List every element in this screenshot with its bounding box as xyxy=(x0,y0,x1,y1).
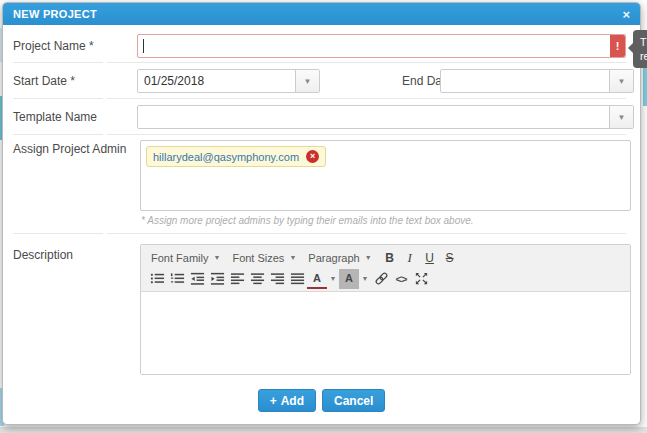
template-name-input[interactable] xyxy=(138,106,609,128)
admin-email-tag: hillarydeal@qasymphony.com × xyxy=(146,146,326,167)
paragraph-dropdown[interactable]: Paragraph ▼ xyxy=(304,252,379,264)
strikethrough-button[interactable]: S xyxy=(440,248,460,268)
assign-admin-hint: * Assign more project admins by typing t… xyxy=(141,215,474,226)
end-date-field: ▼ xyxy=(440,69,634,93)
description-editor-content[interactable] xyxy=(141,292,630,375)
chevron-down-icon: ▼ xyxy=(304,77,312,86)
dialog-actions: + Add Cancel xyxy=(3,389,640,412)
outdent-icon xyxy=(190,271,205,286)
align-justify-icon xyxy=(290,271,305,286)
cancel-button-label: Cancel xyxy=(334,394,373,408)
close-icon[interactable]: × xyxy=(622,8,630,21)
fullscreen-button[interactable] xyxy=(411,269,431,289)
dialog-header: NEW PROJECT × xyxy=(3,3,640,25)
start-date-field: ▼ xyxy=(137,69,320,93)
add-button-label: Add xyxy=(281,394,304,408)
text-color-button[interactable]: A xyxy=(307,269,327,289)
align-right-button[interactable] xyxy=(267,269,287,289)
chevron-down-icon: ▼ xyxy=(330,275,337,282)
font-family-dropdown-label: Font Family xyxy=(151,252,208,264)
start-date-label: Start Date * xyxy=(13,74,75,88)
template-name-dropdown-button[interactable]: ▼ xyxy=(609,106,633,128)
numbered-list-button[interactable] xyxy=(167,269,187,289)
align-justify-button[interactable] xyxy=(287,269,307,289)
row-divider xyxy=(13,98,103,99)
row-divider xyxy=(107,98,626,99)
underline-button[interactable]: U xyxy=(420,248,440,268)
row-divider xyxy=(107,62,626,63)
font-sizes-dropdown[interactable]: Font Sizes ▼ xyxy=(228,252,304,264)
text-cursor xyxy=(143,39,144,53)
text-color-dropdown[interactable]: ▼ xyxy=(327,269,339,289)
editor-toolbar: Font Family ▼ Font Sizes ▼ Paragraph ▼ B… xyxy=(141,245,630,292)
assign-admin-input-area[interactable]: hillarydeal@qasymphony.com × xyxy=(140,140,631,211)
chevron-down-icon: ▼ xyxy=(362,275,369,282)
start-date-dropdown-button[interactable]: ▼ xyxy=(295,70,319,92)
align-right-icon xyxy=(270,271,285,286)
editor-toolbar-row-2: A ▼ A ▼ <> xyxy=(147,268,624,289)
assign-admin-label: Assign Project Admin xyxy=(13,142,126,156)
add-button[interactable]: + Add xyxy=(258,389,316,412)
description-label: Description xyxy=(13,248,73,262)
background-color-dropdown[interactable]: ▼ xyxy=(359,269,371,289)
error-icon: ! xyxy=(610,35,625,57)
dialog-title: NEW PROJECT xyxy=(13,8,97,20)
indent-icon xyxy=(210,271,225,286)
chevron-down-icon: ▼ xyxy=(618,113,626,122)
project-name-label: Project Name * xyxy=(13,39,94,53)
row-divider xyxy=(13,233,103,234)
page-background: NEW PROJECT × Project Name * ! This fiel… xyxy=(0,0,647,433)
bold-button[interactable]: B xyxy=(380,248,400,268)
tooltip-arrow-icon xyxy=(628,43,633,53)
project-name-field-wrap: ! xyxy=(137,34,626,58)
chevron-down-icon: ▼ xyxy=(213,254,220,261)
align-center-button[interactable] xyxy=(247,269,267,289)
plus-icon: + xyxy=(270,394,277,408)
remove-tag-icon[interactable]: × xyxy=(306,150,319,163)
fullscreen-icon xyxy=(414,271,429,286)
paragraph-dropdown-label: Paragraph xyxy=(308,252,359,264)
indent-button[interactable] xyxy=(207,269,227,289)
background-artifact xyxy=(643,66,647,106)
new-project-dialog: NEW PROJECT × Project Name * ! This fiel… xyxy=(2,2,641,425)
page-background-strip xyxy=(0,427,647,433)
code-button[interactable]: <> xyxy=(391,269,411,289)
background-color-button[interactable]: A xyxy=(339,269,359,289)
row-divider xyxy=(107,134,626,135)
start-date-input[interactable] xyxy=(138,70,295,92)
template-name-field: ▼ xyxy=(137,105,634,129)
chevron-down-icon: ▼ xyxy=(289,254,296,261)
row-divider xyxy=(107,233,626,234)
chevron-down-icon: ▼ xyxy=(365,254,372,261)
bullet-list-icon xyxy=(150,271,165,286)
bullet-list-button[interactable] xyxy=(147,269,167,289)
project-name-input[interactable] xyxy=(137,34,626,58)
font-sizes-dropdown-label: Font Sizes xyxy=(232,252,284,264)
end-date-dropdown-button[interactable]: ▼ xyxy=(609,70,633,92)
link-button[interactable] xyxy=(371,269,391,289)
validation-tooltip-text: This field is required xyxy=(640,36,647,62)
description-rich-text-editor: Font Family ▼ Font Sizes ▼ Paragraph ▼ B… xyxy=(140,244,631,375)
link-icon xyxy=(374,271,389,286)
cancel-button[interactable]: Cancel xyxy=(322,389,385,412)
italic-button[interactable]: I xyxy=(400,248,420,268)
chevron-down-icon: ▼ xyxy=(618,77,626,86)
row-divider xyxy=(13,134,103,135)
font-family-dropdown[interactable]: Font Family ▼ xyxy=(147,252,228,264)
align-center-icon xyxy=(250,271,265,286)
template-name-label: Template Name xyxy=(13,110,97,124)
row-divider xyxy=(13,62,103,63)
align-left-button[interactable] xyxy=(227,269,247,289)
numbered-list-icon xyxy=(170,271,185,286)
editor-toolbar-row-1: Font Family ▼ Font Sizes ▼ Paragraph ▼ B… xyxy=(147,247,624,268)
align-left-icon xyxy=(230,271,245,286)
outdent-button[interactable] xyxy=(187,269,207,289)
validation-tooltip: This field is required xyxy=(633,30,647,68)
end-date-input[interactable] xyxy=(441,70,609,92)
admin-email-text: hillarydeal@qasymphony.com xyxy=(153,151,299,163)
